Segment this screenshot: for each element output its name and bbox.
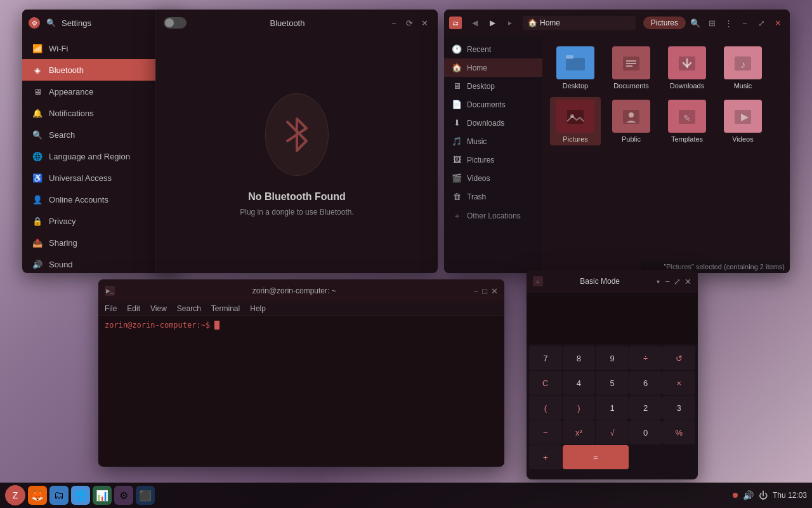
settings-search-icon[interactable]: 🔍: [45, 17, 56, 29]
calc-key-square[interactable]: x²: [563, 420, 596, 444]
fm-sidebar-home[interactable]: 🏠 Home: [444, 58, 542, 77]
taskbar-power-icon[interactable]: ⏻: [759, 490, 768, 500]
pictures-folder-name: Pictures: [563, 135, 588, 143]
calc-key-percent[interactable]: %: [662, 420, 695, 444]
taskbar-settings[interactable]: ⚙: [114, 486, 133, 505]
svg-text:♪: ♪: [740, 59, 745, 70]
calc-key-1[interactable]: 1: [596, 396, 629, 420]
fm-folder-videos[interactable]: Videos: [717, 97, 768, 145]
calc-minimize-btn[interactable]: −: [665, 277, 670, 286]
terminal-prompt: zorin@zorin-computer:~$: [105, 321, 210, 330]
taskbar-monitor[interactable]: 📊: [93, 486, 112, 505]
calc-key-sqrt[interactable]: √: [596, 420, 629, 444]
terminal-maximize-btn[interactable]: □: [482, 286, 487, 296]
fm-sidebar-other[interactable]: ＋ Other Locations: [444, 206, 542, 226]
bluetooth-maximize-btn[interactable]: ⟳: [403, 17, 415, 29]
calc-key-7[interactable]: 7: [529, 346, 562, 370]
calculator-keypad: 7 8 9 ÷ ↺ C 4 5 6 × ( ) 1 2 3 − x² √ 0 %…: [527, 344, 698, 472]
fm-folder-music[interactable]: ♪ Music: [717, 44, 768, 92]
calc-key-0[interactable]: 0: [629, 420, 662, 444]
calc-key-6[interactable]: 6: [629, 371, 662, 395]
fm-sidebar-recent[interactable]: 🕐 Recent: [444, 40, 542, 58]
fm-pictures-tab[interactable]: Pictures: [643, 17, 686, 29]
terminal-close-btn[interactable]: ✕: [491, 286, 498, 296]
fm-sidebar-pictures[interactable]: 🖼 Pictures: [444, 150, 542, 169]
fm-folder-public[interactable]: Public: [606, 97, 657, 145]
term-menu-view[interactable]: View: [150, 304, 167, 313]
file-manager-window: 🗂 ◀ ▶ ▸ 🏠 Home Pictures 🔍 ⊞ ⋮ − ⤢ ✕ 🕐 Re…: [444, 10, 790, 273]
bluetooth-minimize-btn[interactable]: −: [388, 17, 400, 29]
fm-pictures-icon: 🖼: [452, 155, 462, 164]
taskbar-terminal[interactable]: ⬛: [136, 486, 155, 505]
calc-key-minus[interactable]: −: [529, 420, 562, 444]
calc-key-3[interactable]: 3: [662, 396, 695, 420]
nav-label-language: Language and Region: [49, 152, 130, 161]
desktop-folder-icon: [556, 46, 594, 79]
fm-menu-btn[interactable]: ⋮: [721, 16, 735, 30]
fm-home-label: Home: [540, 18, 560, 27]
nav-label-wifi: Wi-Fi: [49, 44, 68, 53]
calc-key-close-paren[interactable]: ): [563, 396, 596, 420]
calc-key-8[interactable]: 8: [563, 346, 596, 370]
calc-key-9[interactable]: 9: [596, 346, 629, 370]
fm-minimize-btn[interactable]: −: [738, 16, 752, 30]
calc-maximize-btn[interactable]: ⤢: [674, 277, 681, 286]
fm-view-btn[interactable]: ⊞: [705, 16, 719, 30]
bluetooth-symbol-svg: [278, 109, 316, 160]
calc-key-2[interactable]: 2: [629, 396, 662, 420]
fm-trash-icon: 🗑: [452, 192, 462, 201]
calc-key-plus[interactable]: +: [529, 445, 562, 469]
taskbar-start-button[interactable]: Z: [5, 485, 25, 505]
term-menu-search[interactable]: Search: [177, 304, 201, 313]
taskbar-files[interactable]: 🗂: [49, 486, 69, 505]
fm-folder-desktop[interactable]: Desktop: [550, 44, 601, 92]
fm-forward-btn[interactable]: ▶: [485, 15, 500, 30]
fm-sidebar-videos[interactable]: 🎬 Videos: [444, 169, 542, 187]
term-menu-edit[interactable]: Edit: [127, 304, 140, 313]
fm-folder-documents[interactable]: Documents: [606, 44, 657, 92]
terminal-cursor: [214, 321, 219, 330]
calc-key-open-paren[interactable]: (: [529, 396, 562, 420]
term-menu-help[interactable]: Help: [250, 304, 266, 313]
fm-sidebar-desktop[interactable]: 🖥 Desktop: [444, 77, 542, 95]
calc-close-btn[interactable]: ✕: [684, 277, 691, 286]
templates-folder-icon: ✎: [668, 100, 706, 133]
fm-sidebar-trash[interactable]: 🗑 Trash: [444, 187, 542, 206]
bluetooth-no-found: No Bluetooth Found: [248, 191, 346, 203]
bluetooth-panel: Bluetooth − ⟳ ✕ No Bluetooth Found Plug …: [155, 10, 438, 273]
nav-label-sound: Sound: [49, 260, 73, 269]
downloads-folder-icon: [668, 46, 706, 79]
bluetooth-toggle[interactable]: [164, 17, 187, 29]
fm-back-btn[interactable]: ◀: [467, 15, 482, 30]
fm-folder-templates[interactable]: ✎ Templates: [662, 97, 712, 145]
fm-folder-downloads[interactable]: Downloads: [662, 44, 712, 92]
taskbar-browser[interactable]: 🌐: [71, 486, 90, 505]
fm-sidebar-documents[interactable]: 📄 Documents: [444, 95, 542, 114]
calc-key-multiply[interactable]: ×: [662, 371, 695, 395]
calc-key-4[interactable]: 4: [563, 371, 596, 395]
taskbar-firefox[interactable]: 🦊: [28, 486, 47, 505]
fm-sidebar-music[interactable]: 🎵 Music: [444, 132, 542, 150]
fm-close-btn[interactable]: ✕: [771, 16, 785, 30]
calc-key-undo[interactable]: ↺: [662, 346, 695, 370]
terminal-body[interactable]: zorin@zorin-computer:~$: [98, 316, 504, 465]
fm-maximize-btn[interactable]: ⤢: [754, 16, 768, 30]
term-menu-file[interactable]: File: [105, 304, 117, 313]
term-menu-terminal[interactable]: Terminal: [211, 304, 240, 313]
fm-sidebar-downloads[interactable]: ⬇ Downloads: [444, 114, 542, 132]
fm-folder-pictures[interactable]: Pictures: [550, 97, 601, 145]
calc-key-clear[interactable]: C: [529, 371, 562, 395]
calc-key-divide[interactable]: ÷: [629, 346, 662, 370]
fm-breadcrumb[interactable]: 🏠 Home: [523, 16, 636, 30]
calc-key-5[interactable]: 5: [596, 371, 629, 395]
taskbar-volume-icon[interactable]: 🔊: [743, 490, 754, 500]
terminal-minimize-btn[interactable]: −: [474, 286, 479, 296]
bluetooth-close-btn[interactable]: ✕: [419, 17, 430, 29]
terminal-title: zorin@zorin-computer: ~: [120, 286, 469, 295]
nav-label-notifications: Notifications: [49, 109, 94, 118]
fm-body: 🕐 Recent 🏠 Home 🖥 Desktop 📄 Documents ⬇ …: [444, 36, 790, 273]
fm-search-btn[interactable]: 🔍: [688, 16, 702, 30]
calc-key-equals[interactable]: =: [563, 445, 629, 469]
fm-pictures-label: Pictures: [467, 156, 494, 164]
fm-up-btn[interactable]: ▸: [502, 15, 518, 30]
